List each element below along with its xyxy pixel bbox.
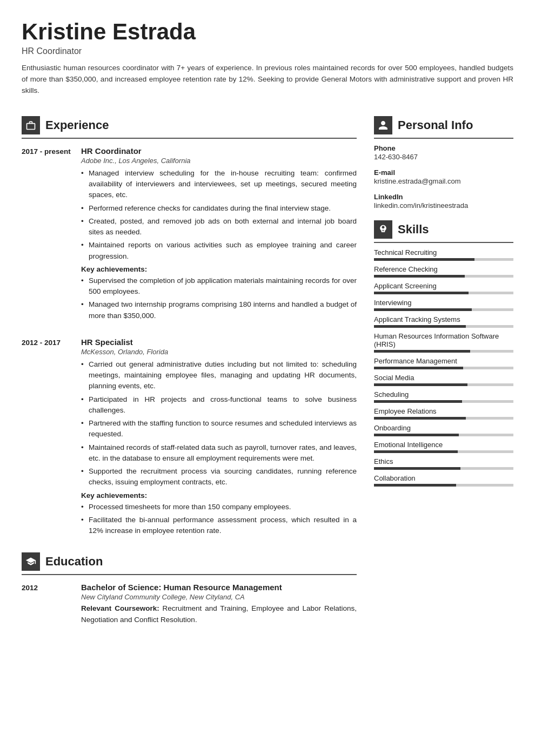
experience-section: Experience 2017 - presentHR CoordinatorA… [22, 116, 357, 540]
entry-bullets: Managed interview scheduling for the in-… [81, 168, 357, 262]
entry-job-title: HR Coordinator [81, 146, 357, 156]
pi-value: linkedin.com/in/kristineestrada [374, 201, 513, 210]
list-item: Carried out general administrative dutie… [81, 359, 357, 392]
list-item: Supported the recruitment process via so… [81, 466, 357, 488]
skill-bar-bg [374, 325, 513, 328]
entry-company: Adobe Inc., Los Angeles, California [81, 157, 357, 165]
list-item: Maintained records of staff-related data… [81, 442, 357, 464]
skill-item: Interviewing [374, 299, 513, 311]
skills-section: Skills Technical RecruitingReference Che… [374, 220, 513, 487]
resume-container: Kristine Estrada HR Coordinator Enthusia… [0, 0, 535, 645]
skill-name: Scheduling [374, 390, 513, 399]
entry-job-title: HR Specialist [81, 338, 357, 347]
list-item: Created, posted, and removed job ads on … [81, 216, 357, 238]
personal-info-item: E-mailkristine.estrada@gmail.com [374, 168, 513, 185]
skill-item: Applicant Screening [374, 282, 513, 294]
skill-bar-fill [374, 292, 469, 294]
skill-bar-bg [374, 258, 513, 261]
person-icon [378, 120, 389, 131]
skill-item: Human Resources Information Software (HR… [374, 332, 513, 353]
skill-name: Reference Checking [374, 265, 513, 273]
edu-coursework: Relevant Coursework: Recruitment and Tra… [81, 603, 357, 625]
left-column: Experience 2017 - presentHR CoordinatorA… [22, 116, 357, 625]
entry-bullets: Carried out general administrative dutie… [81, 359, 357, 488]
skill-item: Reference Checking [374, 265, 513, 278]
key-achievements-label: Key achievements: [81, 265, 357, 273]
skill-bar-fill [374, 383, 467, 386]
candidate-title: HR Coordinator [22, 46, 513, 56]
skill-bar-bg [374, 292, 513, 294]
education-entry: 2012Bachelor of Science: Human Resource … [22, 583, 357, 625]
skill-item: Collaboration [374, 474, 513, 487]
skill-name: Performance Management [374, 357, 513, 365]
list-item: Participated in HR projects and cross-fu… [81, 394, 357, 416]
education-title: Education [45, 555, 103, 569]
header-section: Kristine Estrada HR Coordinator Enthusia… [22, 19, 513, 97]
experience-entries: 2017 - presentHR CoordinatorAdobe Inc., … [22, 146, 357, 540]
list-item: Managed two internship programs comprisi… [81, 299, 357, 321]
personal-info-header: Personal Info [374, 116, 513, 139]
skill-name: Applicant Tracking Systems [374, 315, 513, 323]
experience-entry: 2012 - 2017HR SpecialistMcKesson, Orland… [22, 338, 357, 540]
skill-item: Social Media [374, 374, 513, 386]
list-item: Maintained reports on various activities… [81, 240, 357, 262]
skill-item: Technical Recruiting [374, 248, 513, 261]
skill-item: Emotional Intelligence [374, 441, 513, 453]
personal-info-section: Personal Info Phone142-630-8467E-mailkri… [374, 116, 513, 210]
skill-bar-bg [374, 308, 513, 311]
skill-bar-bg [374, 467, 513, 470]
entry-content: HR SpecialistMcKesson, Orlando, FloridaC… [81, 338, 357, 540]
candidate-summary: Enthusiastic human resources coordinator… [22, 63, 513, 97]
skill-bar-fill [374, 400, 462, 403]
education-section-header: Education [22, 552, 357, 575]
list-item: Facilitated the bi-annual performance as… [81, 515, 357, 537]
edu-year: 2012 [22, 583, 81, 625]
skill-item: Employee Relations [374, 407, 513, 420]
right-column: Personal Info Phone142-630-8467E-mailkri… [374, 116, 513, 625]
skill-item: Applicant Tracking Systems [374, 315, 513, 328]
skill-name: Applicant Screening [374, 282, 513, 290]
edu-school: New Cityland Community College, New City… [81, 593, 357, 601]
briefcase-icon [25, 120, 36, 131]
list-item: Partnered with the staffing function to … [81, 418, 357, 440]
skill-item: Performance Management [374, 357, 513, 369]
skills-svg-icon [378, 224, 389, 235]
skill-name: Emotional Intelligence [374, 441, 513, 449]
skill-name: Human Resources Information Software (HR… [374, 332, 513, 348]
pi-label: Phone [374, 144, 513, 152]
experience-title: Experience [45, 118, 109, 132]
entry-company: McKesson, Orlando, Florida [81, 348, 357, 356]
personal-info-item: Phone142-630-8467 [374, 144, 513, 161]
skill-bar-fill [374, 325, 466, 328]
list-item: Processed timesheets for more than 150 c… [81, 502, 357, 512]
skill-bar-bg [374, 434, 513, 436]
list-item: Supervised the completion of job applica… [81, 275, 357, 298]
skill-bar-bg [374, 275, 513, 278]
skill-bar-bg [374, 367, 513, 369]
edu-degree: Bachelor of Science: Human Resource Mana… [81, 583, 357, 592]
skill-bar-fill [374, 308, 472, 311]
skill-name: Ethics [374, 457, 513, 465]
skill-bar-bg [374, 383, 513, 386]
skill-bar-fill [374, 434, 459, 436]
entry-dates: 2017 - present [22, 146, 81, 325]
skills-section-header: Skills [374, 220, 513, 243]
education-section: Education 2012Bachelor of Science: Human… [22, 552, 357, 625]
skill-name: Collaboration [374, 474, 513, 482]
skill-name: Technical Recruiting [374, 248, 513, 256]
skills-entries: Technical RecruitingReference CheckingAp… [374, 248, 513, 487]
candidate-name: Kristine Estrada [22, 19, 513, 44]
pi-value: kristine.estrada@gmail.com [374, 177, 513, 185]
personal-info-icon [374, 116, 392, 134]
skill-name: Employee Relations [374, 407, 513, 415]
skill-item: Onboarding [374, 424, 513, 436]
skill-bar-fill [374, 467, 460, 470]
skills-title: Skills [398, 222, 429, 237]
edu-content: Bachelor of Science: Human Resource Mana… [81, 583, 357, 625]
achievements-bullets: Processed timesheets for more than 150 c… [81, 502, 357, 537]
personal-info-title: Personal Info [398, 118, 473, 132]
skill-item: Ethics [374, 457, 513, 470]
key-achievements-label: Key achievements: [81, 491, 357, 500]
skill-name: Social Media [374, 374, 513, 382]
skill-bar-bg [374, 450, 513, 453]
